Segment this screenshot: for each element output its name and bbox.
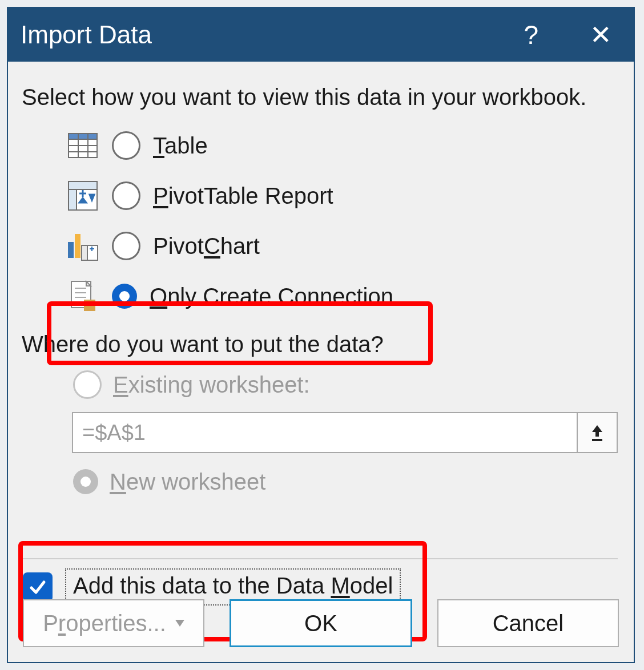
- radio-pivottable[interactable]: [112, 181, 140, 210]
- collapse-icon: [589, 423, 606, 442]
- ok-button[interactable]: OK: [230, 599, 412, 647]
- radio-only-connection[interactable]: [112, 284, 137, 309]
- option-new-worksheet: New worksheet: [73, 459, 618, 504]
- properties-button: Properties...: [23, 599, 204, 647]
- view-section-label: Select how you want to view this data in…: [22, 84, 618, 110]
- cell-reference-input: =$A$1: [72, 412, 578, 453]
- pivotchart-icon: [66, 229, 99, 263]
- connection-icon: [66, 280, 99, 313]
- table-icon: [66, 129, 99, 162]
- svg-rect-17: [84, 300, 95, 311]
- option-pivottable-label: PivotTable Report: [153, 183, 333, 209]
- cancel-button[interactable]: Cancel: [437, 599, 619, 647]
- radio-existing-worksheet: [73, 370, 102, 399]
- collapse-dialog-button: [578, 412, 618, 453]
- pivottable-icon: [66, 179, 99, 212]
- option-only-connection-label: Only Create Connection: [150, 284, 393, 309]
- option-pivottable[interactable]: PivotTable Report: [66, 171, 618, 221]
- svg-rect-18: [592, 439, 602, 441]
- radio-new-worksheet: [73, 469, 98, 494]
- dialog-title: Import Data: [21, 21, 152, 49]
- svg-rect-12: [82, 245, 87, 260]
- import-data-dialog: Import Data ? ✕ Select how you want to v…: [7, 7, 635, 663]
- option-new-worksheet-label: New worksheet: [110, 469, 265, 495]
- placement-section-label: Where do you want to put the data?: [22, 332, 618, 357]
- svg-rect-1: [69, 134, 97, 139]
- help-icon[interactable]: ?: [524, 22, 538, 48]
- titlebar[interactable]: Import Data ? ✕: [8, 8, 634, 62]
- option-existing-worksheet: Existing worksheet:: [73, 362, 618, 407]
- svg-rect-10: [75, 234, 80, 258]
- checkmark-icon: [28, 578, 47, 597]
- option-pivotchart-label: PivotChart: [153, 233, 260, 259]
- radio-table[interactable]: [112, 131, 140, 160]
- option-table[interactable]: Table: [66, 120, 618, 171]
- option-table-label: Table: [153, 133, 208, 159]
- option-pivotchart[interactable]: PivotChart: [66, 221, 618, 271]
- svg-rect-9: [68, 242, 74, 258]
- svg-rect-8: [69, 181, 97, 189]
- checkbox-add-to-data-model[interactable]: [23, 572, 53, 602]
- option-only-connection[interactable]: Only Create Connection: [66, 271, 618, 321]
- divider: [23, 558, 618, 559]
- radio-pivotchart[interactable]: [112, 232, 140, 260]
- option-existing-worksheet-label: Existing worksheet:: [113, 372, 310, 398]
- chevron-down-icon: [175, 620, 184, 627]
- cell-reference-row: =$A$1: [72, 412, 618, 453]
- close-icon[interactable]: ✕: [590, 22, 612, 48]
